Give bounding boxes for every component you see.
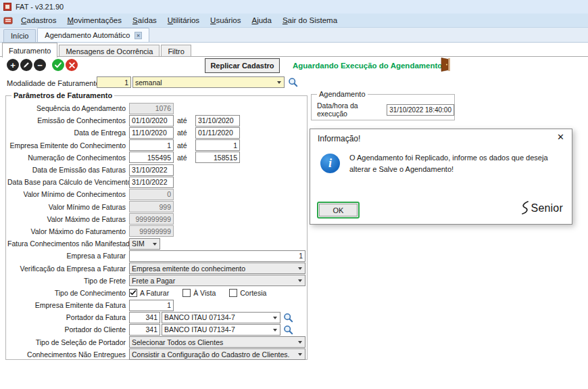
app-icon [3,3,11,11]
confirm-button[interactable] [52,59,64,71]
pencil-icon [23,61,30,70]
numeracao-from-field[interactable]: 155495 [129,152,174,163]
tipo-selecao-select[interactable]: Selecionar Todos os Clientes [129,336,305,348]
senior-logo-icon [520,201,530,216]
entrega-from-field[interactable]: 11/10/2020 [129,127,174,139]
data-base-field[interactable]: 31/10/2022 [129,177,174,188]
tab-mensagens-label: Mensagens de Ocorrência [66,47,153,55]
data-base-label: Data Base para Cálculo de Vencimento [7,178,129,186]
menu-ajuda[interactable]: Ajuda [246,15,276,26]
menu-usuarios[interactable]: Usuários [205,15,246,26]
cancel-button[interactable] [66,59,78,71]
menu-sair-do-sistema[interactable]: Sair do Sistema [277,15,343,26]
row-emissao-conhecimentos: Emissão de Conhecimentos 01/10/2020 até … [7,114,305,127]
page-tab-strip: Faturamento Mensagens de Ocorrência Filt… [0,43,588,57]
tab-agendamento-label: Agendamento Automático [45,31,130,39]
window-title: FAT - v3.21.90 [16,3,64,11]
row-empresa-a-faturar: Empresa a Faturar 1 [7,250,305,262]
row-sequencia: Sequência do Agendamento 1076 [7,102,305,114]
info-icon: i [320,154,340,173]
tab-close-icon[interactable]: ✕ [134,32,142,39]
empresa-emit-fatura-field[interactable]: 1 [129,300,174,311]
agendamento-row: Data/hora da execução 31/10/2022 18:40:0… [317,101,454,118]
schedule-status-text: Aguardando Execução do Agendamento [293,62,442,70]
valor-min-conh-field: 0 [129,189,174,200]
checkbox-cortesia[interactable]: Cortesia [229,289,266,297]
checkbox-unchecked-icon [229,289,237,297]
row-tipo-conhecimento: Tipo de Conhecimento A Faturar À Vista C… [7,287,305,299]
exit-door-icon[interactable] [440,58,451,72]
row-verificacao-empresa: Verificação da Empresa a Faturar Empresa… [7,262,305,274]
row-numeracao: Numeração de Conhecimentos 155495 até 15… [7,152,305,164]
chevron-down-icon [153,243,157,246]
empresa-faturar-label: Empresa a Faturar [7,252,129,260]
menu-saidas[interactable]: Saídas [127,15,162,26]
tipo-frete-select[interactable]: Frete a Pagar [129,275,305,286]
empresa-faturar-field[interactable]: 1 [129,250,305,262]
row-portador-cliente: Portador do Cliente 341 BANCO ITAU 07134… [7,323,305,336]
emissao-to-field[interactable]: 31/10/2020 [195,115,240,127]
empresa-emit-conh-to-field[interactable]: 1 [195,139,240,151]
row-valor-minimo-conhecimentos: Valor Mínimo de Conhecimentos 0 [7,188,305,200]
portador-fatura-search-icon[interactable] [283,313,293,323]
edit-record-button[interactable] [20,59,32,71]
emissao-from-field[interactable]: 01/10/2020 [129,115,174,127]
valor-min-fat-field: 999 [129,201,174,212]
tab-agendamento-automatico[interactable]: Agendamento Automático ✕ [37,28,149,42]
checkbox-unchecked-icon [182,289,191,297]
portador-cliente-label: Portador do Cliente [7,325,129,334]
portador-fatura-code-field[interactable]: 341 [129,312,160,323]
tipo-frete-label: Tipo de Frete [7,277,129,285]
tab-faturamento[interactable]: Faturamento [2,43,57,58]
plus-icon: + [10,61,16,70]
menu-utilitarios[interactable]: Utilitários [162,15,205,26]
row-empresa-emitente-conhecimento: Empresa Emitente do Conhecimento 1 até 1 [7,139,305,152]
row-fatura-nao-manifestados: Fatura Conhecimentos não Manifestados SI… [7,237,305,250]
tipo-selecao-value: Selecionar Todos os Clientes [132,338,223,346]
row-valor-maximo-faturamento: Valor Máximo do Faturamento 99999999 [7,225,305,237]
replicar-cadastro-button[interactable]: Replicar Cadastro [205,58,280,73]
menu-movimentacoes[interactable]: Movimentações [62,15,127,26]
portador-cliente-code-field[interactable]: 341 [129,324,160,336]
modalidade-select[interactable]: semanal [132,76,285,88]
verificacao-select[interactable]: Empresa emitente do conhecimento [129,262,305,274]
menu-cadastros[interactable]: Cadastros [16,15,62,26]
portador-fatura-label: Portador da Fatura [7,313,129,321]
chevron-down-icon [298,279,302,282]
tab-inicio[interactable]: Início [3,29,36,42]
app-window: FAT - v3.21.90 Cadastros Movimentações S… [0,0,588,389]
entrega-to-field[interactable]: 01/11/2020 [195,127,240,139]
portador-cliente-select[interactable]: BANCO ITAU 07134-7 [162,324,280,336]
dialog-title: Informação! [318,134,360,143]
tipo-conhecimento-label: Tipo de Conhecimento [7,289,129,297]
empresa-emit-fatura-label: Empresa Emitente da Fatura [7,301,129,309]
checkbox-a-vista-label: À Vista [193,289,216,297]
empresa-emit-conh-from-field[interactable]: 1 [129,139,174,151]
chevron-down-icon [277,81,281,84]
ok-button[interactable]: OK [319,204,358,216]
data-hora-execucao-field[interactable]: 31/10/2022 18:40:00 [387,104,454,116]
checkbox-a-faturar-label: A Faturar [140,289,169,297]
data-hora-execucao-label: Data/hora da execução [317,101,384,118]
verificacao-label: Verificação da Empresa a Faturar [7,265,129,273]
modalidade-code-field[interactable]: 1 [97,76,131,88]
delete-record-button[interactable]: − [34,59,46,71]
row-valor-minimo-faturas: Valor Mínimo de Faturas 999 [7,201,305,213]
dialog-close-icon[interactable]: ✕ [557,132,564,142]
checkbox-a-faturar[interactable]: A Faturar [129,289,169,297]
data-emissao-field[interactable]: 31/10/2022 [129,164,174,176]
row-tipo-frete: Tipo de Frete Frete a Pagar [7,275,305,287]
ate-label: até [177,116,192,124]
modalidade-search-icon[interactable] [288,77,298,89]
conh-nao-entregues-select[interactable]: Consistir a Configuração do Cadastro de … [129,348,305,360]
add-record-button[interactable]: + [7,59,19,71]
tipo-selecao-label: Tipo de Seleção de Portador [7,338,129,346]
fatura-nao-manif-select[interactable]: SIM [129,238,160,250]
tab-filtro[interactable]: Filtro [161,45,191,57]
valor-max-fat-field: 999999999 [129,213,174,225]
portador-fatura-select[interactable]: BANCO ITAU 07134-7 [162,312,280,323]
checkbox-a-vista[interactable]: À Vista [182,289,216,297]
numeracao-to-field[interactable]: 158515 [195,152,240,163]
tab-mensagens-ocorrencia[interactable]: Mensagens de Ocorrência [59,45,160,57]
portador-cliente-search-icon[interactable] [283,325,293,335]
